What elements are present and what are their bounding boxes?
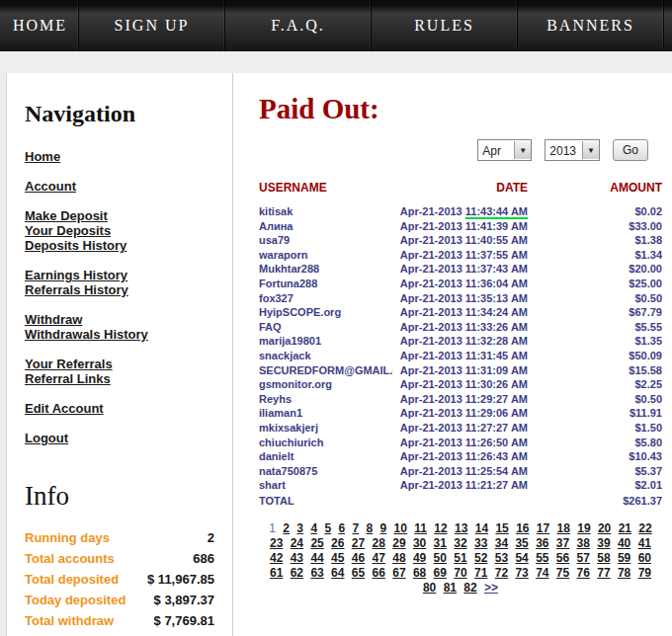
pagination-page-67[interactable]: 67 <box>392 566 405 580</box>
pagination-page-32[interactable]: 32 <box>454 536 466 550</box>
pagination-page-62[interactable]: 62 <box>291 566 303 580</box>
pagination-page-71[interactable]: 71 <box>474 566 487 580</box>
pagination-page-60[interactable]: 60 <box>638 551 651 565</box>
pagination-page-75[interactable]: 75 <box>556 566 569 580</box>
nav-item-sign-up[interactable]: SIGN UP <box>79 0 225 51</box>
pagination-page-59[interactable]: 59 <box>618 551 630 565</box>
pagination-page-6[interactable]: 6 <box>338 521 345 535</box>
pagination-page-55[interactable]: 55 <box>536 551 548 565</box>
sidebar-link-home[interactable]: Home <box>25 149 232 164</box>
pagination-page-35[interactable]: 35 <box>515 536 528 550</box>
pagination-page-20[interactable]: 20 <box>598 521 611 535</box>
pagination-page-69[interactable]: 69 <box>434 566 447 580</box>
pagination-page-44[interactable]: 44 <box>310 551 323 565</box>
month-select[interactable]: Apr ▼ <box>477 139 532 161</box>
pagination-page-4[interactable]: 4 <box>310 521 317 535</box>
pagination-page-13[interactable]: 13 <box>455 521 467 535</box>
pagination-page-73[interactable]: 73 <box>515 566 528 580</box>
pagination-page-29[interactable]: 29 <box>392 536 405 550</box>
pagination-page-80[interactable]: 80 <box>423 581 436 595</box>
pagination-page-11[interactable]: 11 <box>414 521 427 535</box>
year-select[interactable]: 2013 ▼ <box>545 139 600 161</box>
pagination-page-43[interactable]: 43 <box>291 551 303 565</box>
pagination-page-8[interactable]: 8 <box>367 521 374 535</box>
pagination-page-81[interactable]: 81 <box>444 581 457 595</box>
sidebar-link-account[interactable]: Account <box>25 179 232 194</box>
pagination-page-23[interactable]: 23 <box>270 536 283 550</box>
pagination-page-12[interactable]: 12 <box>434 521 447 535</box>
pagination-page-10[interactable]: 10 <box>394 521 407 535</box>
pagination-page-17[interactable]: 17 <box>537 521 549 535</box>
pagination-page-51[interactable]: 51 <box>454 551 466 565</box>
pagination-page-77[interactable]: 77 <box>597 566 610 580</box>
pagination-page-33[interactable]: 33 <box>474 536 487 550</box>
pagination-page-64[interactable]: 64 <box>331 566 344 580</box>
pagination-page-46[interactable]: 46 <box>352 551 365 565</box>
pagination-page-49[interactable]: 49 <box>413 551 426 565</box>
sidebar-link-logout[interactable]: Logout <box>25 431 232 445</box>
pagination-page-45[interactable]: 45 <box>331 551 344 565</box>
pagination-page-25[interactable]: 25 <box>310 536 323 550</box>
pagination-page-5[interactable]: 5 <box>324 521 331 535</box>
pagination-page-78[interactable]: 78 <box>618 566 630 580</box>
nav-item-banners[interactable]: BANNERS <box>518 0 664 51</box>
pagination-page-22[interactable]: 22 <box>638 521 651 535</box>
pagination-page-26[interactable]: 26 <box>331 536 344 550</box>
nav-item-f-a-q[interactable]: F.A.Q. <box>225 0 372 51</box>
pagination-page-56[interactable]: 56 <box>556 551 569 565</box>
sidebar-link-earnings-history[interactable]: Earnings History <box>25 268 232 282</box>
sidebar-link-referrals-history[interactable]: Referrals History <box>25 282 232 297</box>
pagination-page-50[interactable]: 50 <box>434 551 447 565</box>
sidebar-link-withdraw[interactable]: Withdraw <box>25 312 232 327</box>
pagination-page-65[interactable]: 65 <box>352 566 365 580</box>
pagination-page-14[interactable]: 14 <box>475 521 488 535</box>
pagination-page-58[interactable]: 58 <box>597 551 610 565</box>
pagination-page-19[interactable]: 19 <box>577 521 590 535</box>
pagination-page-70[interactable]: 70 <box>454 566 466 580</box>
pagination-page-28[interactable]: 28 <box>373 536 385 550</box>
pagination-page-54[interactable]: 54 <box>515 551 528 565</box>
pagination-page-34[interactable]: 34 <box>495 536 508 550</box>
sidebar-link-withdrawals-history[interactable]: Withdrawals History <box>25 327 232 342</box>
pagination-page-39[interactable]: 39 <box>597 536 610 550</box>
go-button[interactable]: Go <box>613 139 648 161</box>
sidebar-link-referral-links[interactable]: Referral Links <box>25 371 232 386</box>
pagination-page-72[interactable]: 72 <box>495 566 508 580</box>
nav-item-home[interactable]: HOME <box>0 0 79 51</box>
pagination-page-63[interactable]: 63 <box>310 566 323 580</box>
sidebar-link-edit-account[interactable]: Edit Account <box>25 401 232 416</box>
pagination-page-41[interactable]: 41 <box>638 536 651 550</box>
pagination-page-82[interactable]: 82 <box>463 581 476 595</box>
pagination-page-48[interactable]: 48 <box>392 551 405 565</box>
pagination-page-52[interactable]: 52 <box>474 551 487 565</box>
pagination-page-57[interactable]: 57 <box>577 551 590 565</box>
pagination-page-40[interactable]: 40 <box>618 536 630 550</box>
pagination-page-15[interactable]: 15 <box>495 521 508 535</box>
pagination-page-16[interactable]: 16 <box>516 521 529 535</box>
sidebar-link-make-deposit[interactable]: Make Deposit <box>25 208 232 223</box>
pagination-page-30[interactable]: 30 <box>413 536 426 550</box>
pagination-page-36[interactable]: 36 <box>536 536 548 550</box>
pagination-page-76[interactable]: 76 <box>577 566 590 580</box>
chevron-down-icon[interactable]: ▼ <box>582 141 599 159</box>
pagination-page-38[interactable]: 38 <box>577 536 590 550</box>
pagination-page-2[interactable]: 2 <box>283 521 290 535</box>
pagination-page-53[interactable]: 53 <box>495 551 508 565</box>
pagination-page-27[interactable]: 27 <box>352 536 365 550</box>
chevron-down-icon[interactable]: ▼ <box>514 141 531 159</box>
pagination-page-66[interactable]: 66 <box>373 566 385 580</box>
pagination-next-link[interactable]: >> <box>484 581 498 595</box>
sidebar-link-your-referrals[interactable]: Your Referrals <box>25 357 232 371</box>
pagination-page-47[interactable]: 47 <box>373 551 385 565</box>
pagination-page-3[interactable]: 3 <box>296 521 303 535</box>
pagination-page-74[interactable]: 74 <box>536 566 548 580</box>
pagination-page-79[interactable]: 79 <box>638 566 651 580</box>
pagination-page-42[interactable]: 42 <box>270 551 283 565</box>
pagination-page-9[interactable]: 9 <box>380 521 387 535</box>
pagination-page-24[interactable]: 24 <box>291 536 303 550</box>
pagination-page-7[interactable]: 7 <box>352 521 359 535</box>
sidebar-link-your-deposits[interactable]: Your Deposits <box>25 223 232 238</box>
pagination-page-37[interactable]: 37 <box>556 536 569 550</box>
nav-item-rules[interactable]: RULES <box>372 0 518 51</box>
pagination-page-31[interactable]: 31 <box>434 536 447 550</box>
